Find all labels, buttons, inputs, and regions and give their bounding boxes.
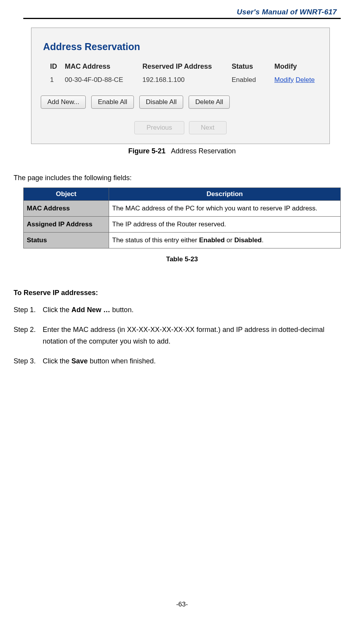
desc-text: The MAC address of the PC for which you … (109, 201, 341, 217)
col-ip: Reserved IP Address (139, 63, 229, 76)
cell-id: 1 (38, 76, 62, 93)
step-body: Click the Add New … button. (43, 304, 341, 316)
step-text: button when finished. (88, 357, 156, 365)
step-bold: Add New … (71, 306, 110, 314)
cell-modify: Modify Delete (271, 76, 322, 93)
step-body: Click the Save button when finished. (43, 355, 341, 367)
figure-number: Figure 5-21 (128, 147, 165, 155)
step-bold: Save (71, 357, 88, 365)
page: User's Manual of WNRT-617 Address Reserv… (0, 0, 364, 620)
figure-caption: Figure 5-21 Address Reservation (31, 147, 333, 155)
col-modify: Modify (271, 63, 322, 76)
step-text: Click the (43, 306, 71, 314)
previous-button: Previous (134, 121, 184, 134)
cell-mac: 00-30-4F-0D-88-CE (62, 76, 139, 93)
col-mac: MAC Address (62, 63, 139, 76)
section-heading: To Reserve IP addresses: (14, 289, 341, 297)
step-1: Step 1. Click the Add New … button. (14, 304, 341, 316)
nav-row: Previous Next (38, 121, 322, 134)
cell-ip: 192.168.1.100 (139, 76, 229, 93)
screenshot-container: Address Reservation ID MAC Address Reser… (31, 28, 333, 155)
delete-all-button[interactable]: Delete All (189, 96, 230, 109)
desc-text-part: or (225, 236, 234, 244)
address-reservation-panel: Address Reservation ID MAC Address Reser… (31, 28, 330, 144)
cell-status: Enabled (229, 76, 271, 93)
modify-link[interactable]: Modify (274, 76, 294, 83)
step-label: Step 3. (14, 355, 43, 367)
step-3: Step 3. Click the Save button when finis… (14, 355, 341, 367)
step-label: Step 1. (14, 304, 43, 316)
desc-text-part: . (262, 236, 264, 244)
step-text: Click the (43, 357, 71, 365)
desc-object: MAC Address (24, 201, 109, 217)
desc-row: Assigned IP Address The IP address of th… (24, 217, 341, 233)
desc-header-row: Object Description (24, 188, 341, 201)
delete-link[interactable]: Delete (296, 76, 315, 83)
panel-title: Address Reservation (43, 41, 322, 52)
col-status: Status (229, 63, 271, 76)
desc-row: Status The status of this entry either E… (24, 233, 341, 248)
enable-all-button[interactable]: Enable All (91, 96, 134, 109)
desc-header-object: Object (24, 188, 109, 201)
desc-text: The status of this entry either Enabled … (109, 233, 341, 248)
desc-bold: Disabled (234, 236, 262, 244)
table-row: 1 00-30-4F-0D-88-CE 192.168.1.100 Enable… (38, 76, 322, 93)
step-body: Enter the MAC address (in XX-XX-XX-XX-XX… (43, 324, 341, 347)
table-caption: Table 5-23 (23, 255, 341, 263)
desc-bold: Enabled (199, 236, 225, 244)
step-2: Step 2. Enter the MAC address (in XX-XX-… (14, 324, 341, 347)
button-row: Add New... Enable All Disable All Delete… (41, 96, 322, 109)
desc-text-part: The status of this entry either (112, 236, 199, 244)
desc-object: Status (24, 233, 109, 248)
page-number: -63- (0, 601, 364, 608)
next-button: Next (189, 121, 227, 134)
step-text: button. (110, 306, 133, 314)
figure-title: Address Reservation (171, 147, 236, 155)
col-id: ID (38, 63, 62, 76)
header-divider (23, 18, 341, 19)
document-header-title: User's Manual of WNRT-617 (23, 8, 341, 16)
disable-all-button[interactable]: Disable All (139, 96, 183, 109)
add-new-button[interactable]: Add New... (41, 96, 86, 109)
description-table: Object Description MAC Address The MAC a… (23, 188, 341, 248)
step-label: Step 2. (14, 324, 43, 347)
reservation-table: ID MAC Address Reserved IP Address Statu… (38, 63, 322, 93)
desc-header-description: Description (109, 188, 341, 201)
desc-object: Assigned IP Address (24, 217, 109, 233)
intro-text: The page includes the following fields: (14, 174, 341, 182)
desc-text: The IP address of the Router reserved. (109, 217, 341, 233)
table-header-row: ID MAC Address Reserved IP Address Statu… (38, 63, 322, 76)
desc-row: MAC Address The MAC address of the PC fo… (24, 201, 341, 217)
